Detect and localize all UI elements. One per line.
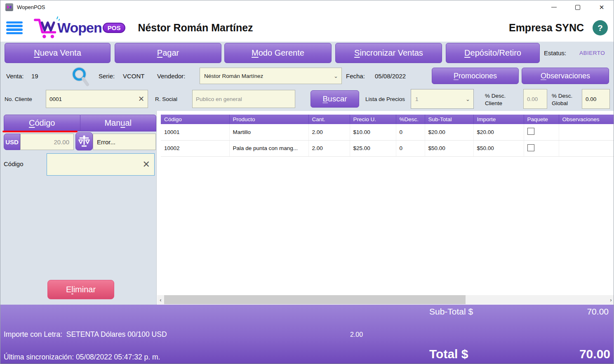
help-button[interactable]: ? xyxy=(593,20,608,35)
active-tab-indicator xyxy=(2,131,78,132)
codigo-input[interactable]: ✕ xyxy=(47,153,155,176)
totals-footer: Sub-Total $ 70.00 Importe con Letra: SET… xyxy=(0,305,614,364)
entry-panel: Código Manual USD 20.00 Error... xyxy=(0,111,156,305)
brand-pos-badge: POS xyxy=(103,23,126,33)
products-table-area: Código Producto Cant. Precio U. %Desc. S… xyxy=(156,111,614,305)
tab-codigo[interactable]: Código xyxy=(4,115,80,132)
scrollbar-track[interactable] xyxy=(164,295,607,304)
client-info-row: No. Cliente 0001 ✕ R. Social Publico en … xyxy=(0,88,614,111)
r-social-input[interactable]: Publico en general xyxy=(192,90,295,108)
cell-codigo: 10002 xyxy=(161,140,229,156)
desc-cliente-input[interactable]: 0.00 xyxy=(523,89,547,109)
col-producto[interactable]: Producto xyxy=(229,115,308,124)
horizontal-scrollbar[interactable]: ‹ › xyxy=(157,295,614,304)
col-desc[interactable]: %Desc. xyxy=(396,115,425,124)
minimize-button[interactable] xyxy=(542,0,566,14)
eliminar-button[interactable]: Eliminar xyxy=(47,280,114,299)
estatus-label: Estatus: xyxy=(544,49,566,56)
main-toolbar: Nueva Venta Pagar Modo Gerente Sincroniz… xyxy=(0,42,614,66)
vendedor-selected-value: Néstor Román Martínez xyxy=(204,73,263,79)
paquete-checkbox[interactable] xyxy=(527,144,534,151)
deposito-retiro-button[interactable]: Depósito/Retiro xyxy=(446,43,540,63)
venta-number: 19 xyxy=(31,73,38,80)
logged-user-name: Néstor Román Martínez xyxy=(138,22,253,34)
desc-global-input[interactable]: 0.00 xyxy=(582,89,610,109)
paquete-checkbox[interactable] xyxy=(527,128,534,135)
clear-codigo-icon[interactable]: ✕ xyxy=(143,159,150,170)
no-cliente-value: 0001 xyxy=(49,96,62,102)
total-label: Total $ xyxy=(429,347,468,361)
clear-cliente-icon[interactable]: ✕ xyxy=(138,95,144,103)
search-sale-icon[interactable] xyxy=(71,66,90,89)
col-importe[interactable]: Importe xyxy=(473,115,524,124)
hamburger-menu-icon[interactable] xyxy=(6,21,23,35)
cell-producto: Pala de punta con mang... xyxy=(229,140,308,156)
cell-observaciones xyxy=(559,124,614,140)
cell-cant: 2.00 xyxy=(308,140,350,156)
table-header-row: Código Producto Cant. Precio U. %Desc. S… xyxy=(161,115,614,124)
pagar-button[interactable]: Pagar xyxy=(115,43,221,63)
scale-status-text: Error... xyxy=(97,139,115,146)
promociones-button[interactable]: Promociones xyxy=(432,68,519,84)
entry-tabs: Código Manual xyxy=(4,115,156,132)
tab-manual[interactable]: Manual xyxy=(80,115,157,132)
col-precio[interactable]: Precio U. xyxy=(350,115,396,124)
vendedor-select[interactable]: Néstor Román Martínez ⌄ xyxy=(200,68,342,84)
maximize-icon xyxy=(575,5,580,10)
main-area: Código Manual USD 20.00 Error... xyxy=(0,111,614,305)
wopenpos-window: WopenPOS ✕ Wopen POS Néstor Román Martín… xyxy=(0,0,614,364)
window-controls: ✕ xyxy=(542,0,614,14)
cell-codigo: 10001 xyxy=(161,124,229,140)
balance-scale-icon xyxy=(78,135,90,148)
scrollbar-thumb[interactable] xyxy=(164,295,466,304)
brand-logo: Wopen POS xyxy=(33,16,125,40)
venta-label: Venta: xyxy=(6,73,24,80)
col-subtotal[interactable]: Sub-Total xyxy=(425,115,473,124)
chevron-down-icon: ⌄ xyxy=(334,73,341,79)
cell-subtotal: $20.00 xyxy=(425,124,473,140)
serie-label: Serie: xyxy=(99,73,115,80)
scale-status-box: Error... xyxy=(93,134,156,150)
butterfly-logo-icon xyxy=(7,5,12,10)
col-paquete[interactable]: Paquete xyxy=(524,115,559,124)
currency-badge: USD xyxy=(4,134,20,150)
importe-con-letra: Importe con Letra: SETENTA Dólares 00/10… xyxy=(4,330,167,339)
lista-precios-value: 1 xyxy=(415,96,419,102)
lista-precios-select[interactable]: 1 ⌄ xyxy=(411,89,474,109)
col-cant[interactable]: Cant. xyxy=(308,115,350,124)
sincronizar-ventas-button[interactable]: Sincronizar Ventas xyxy=(335,43,442,63)
close-button[interactable]: ✕ xyxy=(590,0,614,14)
col-observaciones[interactable]: Observaciones xyxy=(559,115,614,124)
desc-global-label: % Desc. Global xyxy=(552,92,572,107)
fecha-label: Fecha: xyxy=(346,73,365,80)
total-value: 70.00 xyxy=(579,347,610,361)
scale-button[interactable] xyxy=(75,132,93,150)
table-row[interactable]: 10002 Pala de punta con mang... 2.00 $25… xyxy=(161,140,614,156)
no-cliente-label: No. Cliente xyxy=(5,96,32,102)
weight-input[interactable]: 20.00 xyxy=(20,134,74,150)
table-row[interactable]: 10001 Martillo 2.00 $10.00 0 $20.00 $20.… xyxy=(161,124,614,140)
desc-cliente-value: 0.00 xyxy=(527,96,538,102)
buscar-button[interactable]: Buscar xyxy=(311,90,359,108)
scroll-right-icon[interactable]: › xyxy=(607,297,614,303)
observaciones-button[interactable]: Observaciones xyxy=(522,68,609,84)
importe-letra-value: SETENTA Dólares 00/100 USD xyxy=(66,330,167,338)
nueva-venta-button[interactable]: Nueva Venta xyxy=(5,43,111,63)
estatus-value-badge: ABIERTO xyxy=(579,50,605,56)
cell-subtotal: $50.00 xyxy=(425,140,473,156)
r-social-value: Publico en general xyxy=(196,96,242,102)
col-codigo[interactable]: Código xyxy=(161,115,229,124)
scroll-left-icon[interactable]: ‹ xyxy=(157,297,164,303)
maximize-button[interactable] xyxy=(566,0,590,14)
chevron-down-icon: ⌄ xyxy=(466,96,473,102)
modo-gerente-button[interactable]: Modo Gerente xyxy=(224,43,332,63)
company-sync-label: Empresa SYNC xyxy=(509,22,584,34)
importe-letra-label: Importe con Letra: xyxy=(4,330,62,338)
cell-desc: 0 xyxy=(396,124,425,140)
no-cliente-input[interactable]: 0001 ✕ xyxy=(46,90,148,108)
cell-importe: $50.00 xyxy=(473,140,524,156)
cell-paquete xyxy=(524,124,559,140)
brand-name: Wopen xyxy=(57,20,102,36)
last-sync-text: Última sincronización: 05/08/2022 05:47:… xyxy=(4,353,160,362)
cell-precio: $10.00 xyxy=(350,124,396,140)
